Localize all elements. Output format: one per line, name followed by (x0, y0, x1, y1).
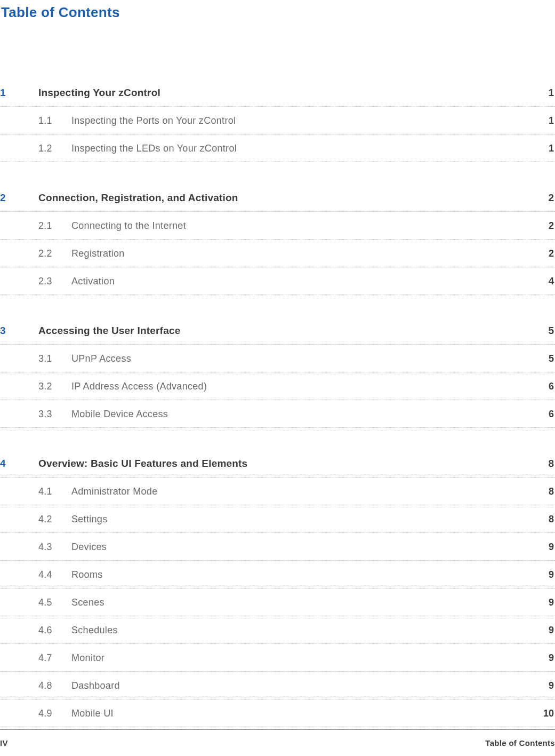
toc-sub-row[interactable]: 4.7Monitor9 (0, 644, 555, 672)
sub-page-number: 9 (549, 625, 555, 636)
toc-sub-row[interactable]: 4.1Administrator Mode8 (0, 478, 555, 505)
sub-title: Rooms (71, 569, 549, 580)
sub-number: 4.8 (38, 680, 71, 691)
sub-number: 4.9 (38, 708, 71, 719)
sub-title: Devices (71, 542, 549, 553)
sub-title: IP Address Access (Advanced) (71, 381, 549, 392)
toc-chapter-row[interactable]: 4Overview: Basic UI Features and Element… (0, 458, 555, 478)
sub-number: 1.1 (38, 115, 71, 126)
toc-sub-row[interactable]: 4.3Devices9 (0, 533, 555, 561)
chapter-title: Overview: Basic UI Features and Elements (38, 458, 548, 469)
sub-number: 4.2 (38, 514, 71, 525)
sub-number: 4.3 (38, 542, 71, 553)
chapter-number: 3 (0, 325, 38, 337)
chapter-number: 1 (0, 87, 38, 99)
sub-page-number: 9 (549, 597, 555, 608)
toc-chapter: 3Accessing the User Interface53.1UPnP Ac… (0, 325, 555, 428)
sub-page-number: 1 (549, 143, 555, 154)
chapter-title: Inspecting Your zControl (38, 87, 548, 99)
sub-number: 1.2 (38, 143, 71, 154)
toc-sub-row[interactable]: 4.9Mobile UI10 (0, 699, 555, 727)
toc-chapter-row[interactable]: 1Inspecting Your zControl1 (0, 87, 555, 107)
chapter-page-number: 8 (548, 458, 555, 469)
sub-page-number: 8 (549, 486, 555, 497)
sub-title: Dashboard (71, 680, 549, 691)
sub-number: 4.7 (38, 652, 71, 664)
sub-page-number: 2 (549, 220, 555, 232)
sub-title: Mobile Device Access (71, 409, 549, 420)
sub-page-number: 4 (549, 276, 555, 287)
toc-chapter-row[interactable]: 2Connection, Registration, and Activatio… (0, 192, 555, 212)
sub-number: 3.3 (38, 409, 71, 420)
sub-title: Registration (71, 248, 549, 259)
sub-number: 3.1 (38, 353, 71, 364)
toc-sub-row[interactable]: 4.8Dashboard9 (0, 672, 555, 699)
toc-sub-row[interactable]: 1.2Inspecting the LEDs on Your zControl1 (0, 134, 555, 162)
toc-chapter: 2Connection, Registration, and Activatio… (0, 192, 555, 295)
sub-title: Scenes (71, 597, 549, 608)
sub-title: Settings (71, 514, 549, 525)
sub-page-number: 9 (549, 569, 555, 580)
toc-sub-row[interactable]: 3.3Mobile Device Access6 (0, 400, 555, 428)
sub-page-number: 5 (549, 353, 555, 364)
sub-title: Monitor (71, 652, 549, 664)
sub-page-number: 6 (549, 409, 555, 420)
sub-title: Schedules (71, 625, 549, 636)
sub-number: 4.4 (38, 569, 71, 580)
page-footer: IV Table of Contents (0, 729, 555, 747)
sub-title: Connecting to the Internet (71, 220, 549, 232)
chapter-number: 2 (0, 192, 38, 204)
toc-sub-row[interactable]: 2.3Activation4 (0, 267, 555, 295)
sub-number: 4.1 (38, 486, 71, 497)
toc-sub-row[interactable]: 2.2Registration2 (0, 240, 555, 267)
sub-number: 2.2 (38, 248, 71, 259)
sub-page-number: 9 (549, 542, 555, 553)
toc-sub-row[interactable]: 4.6Schedules9 (0, 616, 555, 644)
chapter-title: Connection, Registration, and Activation (38, 192, 548, 204)
sub-number: 4.5 (38, 597, 71, 608)
footer-section-title: Table of Contents (485, 738, 555, 747)
toc-sub-row[interactable]: 4.4Rooms9 (0, 561, 555, 588)
sub-page-number: 9 (549, 680, 555, 691)
toc-chapter: 1Inspecting Your zControl11.1Inspecting … (0, 87, 555, 162)
sub-page-number: 8 (549, 514, 555, 525)
chapter-page-number: 1 (548, 87, 555, 99)
page-title: Table of Contents (1, 4, 555, 21)
toc-sub-row[interactable]: 4.2Settings8 (0, 505, 555, 533)
toc-sub-row[interactable]: 4.5Scenes9 (0, 588, 555, 616)
sub-title: Inspecting the Ports on Your zControl (71, 115, 549, 126)
table-of-contents: 1Inspecting Your zControl11.1Inspecting … (0, 87, 555, 727)
toc-sub-row[interactable]: 3.1UPnP Access5 (0, 345, 555, 372)
sub-number: 3.2 (38, 381, 71, 392)
sub-title: Mobile UI (71, 708, 543, 719)
chapter-title: Accessing the User Interface (38, 325, 548, 337)
sub-title: Inspecting the LEDs on Your zControl (71, 143, 549, 154)
toc-sub-row[interactable]: 3.2IP Address Access (Advanced)6 (0, 372, 555, 400)
sub-page-number: 1 (549, 115, 555, 126)
sub-title: UPnP Access (71, 353, 549, 364)
chapter-number: 4 (0, 458, 38, 469)
sub-number: 2.1 (38, 220, 71, 232)
sub-page-number: 10 (543, 708, 555, 719)
toc-chapter: 4Overview: Basic UI Features and Element… (0, 458, 555, 727)
sub-number: 4.6 (38, 625, 71, 636)
chapter-page-number: 5 (548, 325, 555, 337)
toc-chapter-row[interactable]: 3Accessing the User Interface5 (0, 325, 555, 345)
sub-number: 2.3 (38, 276, 71, 287)
document-page: Table of Contents 1Inspecting Your zCont… (0, 4, 555, 727)
toc-sub-row[interactable]: 2.1Connecting to the Internet2 (0, 212, 555, 240)
toc-sub-row[interactable]: 1.1Inspecting the Ports on Your zControl… (0, 107, 555, 134)
chapter-page-number: 2 (548, 192, 555, 204)
footer-page-roman: IV (0, 738, 8, 747)
sub-title: Administrator Mode (71, 486, 549, 497)
sub-page-number: 6 (549, 381, 555, 392)
sub-page-number: 9 (549, 652, 555, 664)
sub-title: Activation (71, 276, 549, 287)
sub-page-number: 2 (549, 248, 555, 259)
